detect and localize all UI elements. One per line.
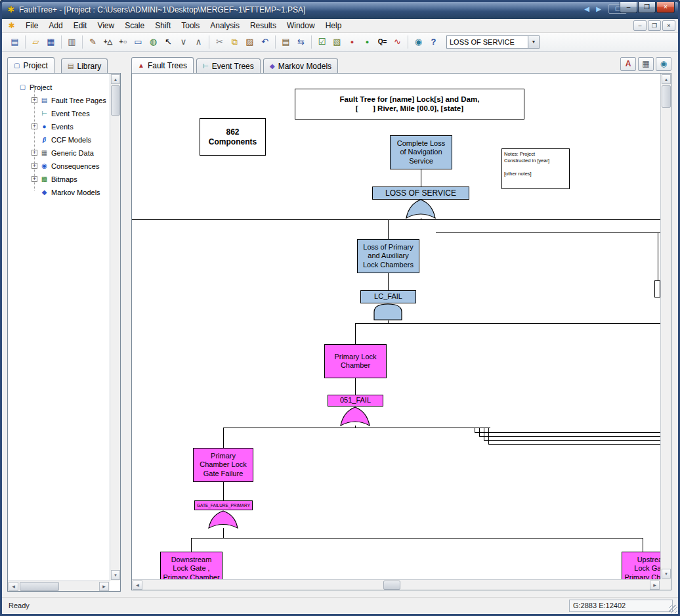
tree-item-label[interactable]: Consequences [51, 162, 99, 170]
tree-item-label[interactable]: Markov Models [51, 188, 100, 196]
scrollbar-thumb[interactable] [383, 581, 400, 590]
tree-horizontal-scrollbar[interactable]: ◀ ▶ [8, 581, 110, 591]
tree-item-ccf-models[interactable]: β CCF Models [40, 134, 91, 145]
tree-item-label[interactable]: Event Trees [51, 110, 90, 118]
menu-view[interactable]: View [92, 20, 119, 32]
event-box-complete-loss[interactable]: Complete Loss of Navigation Service [390, 135, 452, 169]
pencil-tool-icon[interactable]: ✎ [85, 35, 100, 49]
scrollbar-thumb[interactable] [662, 85, 671, 108]
menu-window[interactable]: Window [282, 20, 320, 32]
fault-tree-canvas[interactable]: Fault Tree for [name] Lock[s] and Dam, [… [132, 74, 660, 579]
mdi-close-button[interactable]: × [662, 20, 675, 31]
tree-item-generic-data[interactable]: + ▦ Generic Data [32, 147, 94, 158]
print-icon[interactable]: ▥ [64, 35, 79, 49]
tree-item-event-trees[interactable]: ⊢ Event Trees [40, 108, 90, 119]
paste-icon[interactable]: ▨ [242, 35, 257, 49]
event-results-icon[interactable]: ● [360, 35, 375, 49]
page-setup-icon[interactable]: ▭ [131, 35, 146, 49]
close-button[interactable]: × [656, 2, 675, 13]
tab-project[interactable]: ▢ Project [7, 57, 54, 73]
analyze-icon[interactable]: ▧ [329, 35, 345, 49]
web-view-button[interactable]: ◉ [656, 57, 671, 71]
and-gate-tool-icon[interactable]: ∧ [191, 35, 206, 49]
tree-item-consequences[interactable]: + ◉ Consequences [32, 160, 99, 171]
trend-icon[interactable]: ∿ [390, 35, 405, 49]
maximize-button[interactable]: ❐ [638, 2, 656, 13]
new-page-icon[interactable]: ▤ [7, 35, 22, 49]
event-box-upstream-lock-gate[interactable]: Upstream Lock Gate , Primary Chamber [622, 552, 660, 579]
gate-label-051-fail[interactable]: 051_FAIL [328, 395, 383, 407]
tree-item-label[interactable]: CCF Models [51, 136, 91, 144]
combo-dropdown-icon[interactable]: ▼ [528, 36, 539, 48]
pointer-icon[interactable]: ↖ [161, 35, 176, 49]
or-gate-shape[interactable] [208, 510, 238, 529]
tree-root-label[interactable]: Project [30, 83, 52, 91]
canvas-vertical-scrollbar[interactable]: ▲ ▼ [660, 74, 671, 579]
tab-library[interactable]: ▤ Library [61, 58, 108, 73]
menu-help[interactable]: Help [320, 20, 347, 32]
menu-edit[interactable]: Edit [68, 20, 93, 32]
tree-item-label[interactable]: Bitmaps [51, 175, 77, 183]
menu-scale[interactable]: Scale [119, 20, 150, 32]
or-gate-shape[interactable] [406, 199, 436, 219]
menu-results[interactable]: Results [245, 20, 282, 32]
components-count-box[interactable]: 862 Components [200, 118, 266, 156]
scroll-left-icon[interactable]: ◀ [133, 581, 142, 590]
notes-box[interactable]: Notes: Project Constructed in [year] [ot… [501, 148, 570, 189]
expander-icon[interactable]: + [32, 163, 37, 169]
event-box-primary-lock-chamber[interactable]: Primary Lock Chamber [324, 344, 387, 378]
undo-icon[interactable]: ↶ [257, 35, 272, 49]
tree-item-label[interactable]: Fault Tree Pages [51, 97, 106, 104]
resize-grip-icon[interactable] [669, 605, 677, 613]
expander-icon[interactable]: + [32, 150, 37, 156]
expander-icon[interactable]: + [32, 123, 37, 129]
menu-shift[interactable]: Shift [150, 20, 176, 32]
tree-vertical-scrollbar[interactable]: ▲ ▼ [110, 74, 120, 581]
menu-file[interactable]: File [20, 20, 43, 32]
copy-icon[interactable]: ⧉ [227, 35, 242, 49]
web-tool-icon[interactable]: ◍ [146, 35, 161, 49]
event-box-primary-chamber-lock-gate-failure[interactable]: Primary Chamber Lock Gate Failure [193, 448, 253, 482]
tree-item-label[interactable]: Events [51, 123, 74, 131]
scroll-right-icon[interactable]: ▶ [99, 582, 109, 591]
tab-fault-trees[interactable]: ▲ Fault Trees [131, 57, 194, 73]
verify-icon[interactable]: ☑ [314, 35, 329, 49]
open-icon[interactable]: ▱ [28, 35, 43, 49]
font-tool-button[interactable]: A [620, 57, 636, 71]
menu-tools[interactable]: Tools [176, 20, 205, 32]
diagram-header-box[interactable]: Fault Tree for [name] Lock[s] and Dam, [… [295, 89, 524, 120]
menu-add[interactable]: Add [43, 20, 68, 32]
nav-forward-icon[interactable]: ▶ [596, 5, 603, 12]
mdi-restore-button[interactable]: ❐ [648, 20, 661, 31]
scroll-down-icon[interactable]: ▼ [111, 570, 120, 580]
globe-icon[interactable]: ◉ [411, 35, 426, 49]
and-gate-shape[interactable] [373, 303, 402, 320]
scroll-up-icon[interactable]: ▲ [662, 74, 671, 84]
tree-item-fault-tree-pages[interactable]: + ▤ Fault Tree Pages [32, 95, 106, 106]
or-gate-tool-icon[interactable]: ∨ [176, 35, 191, 49]
tab-event-trees[interactable]: ⊢ Event Trees [196, 58, 261, 73]
report-icon[interactable]: ▤ [278, 35, 293, 49]
expander-icon[interactable]: + [32, 97, 37, 103]
scroll-left-icon[interactable]: ◀ [9, 582, 18, 591]
query-icon[interactable]: Q= [375, 35, 390, 49]
add-gate-icon[interactable]: +△ [100, 35, 116, 49]
expander-icon[interactable]: + [32, 176, 37, 182]
title-bar[interactable]: ✱ FaultTree+ - [Project : C:\Users\ADMIN… [2, 2, 678, 19]
or-gate-shape[interactable] [340, 407, 370, 426]
project-tree[interactable]: ▢ Project + ▤ Fault Tree Pages ⊢ Event T… [8, 74, 110, 581]
gate-results-icon[interactable]: ● [345, 35, 360, 49]
menu-analysis[interactable]: Analysis [205, 20, 245, 32]
gate-label-loss-of-service[interactable]: LOSS OF SERVICE [372, 187, 469, 200]
gate-label-gate-failure-primary[interactable]: GATE_FAILURE_PRIMARY [194, 500, 253, 510]
scroll-down-icon[interactable]: ▼ [662, 569, 671, 579]
event-box-downstream-lock-gate[interactable]: Downstream Lock Gate , Primary Chamber [160, 552, 223, 579]
tree-item-markov-models[interactable]: ◆ Markov Models [40, 187, 100, 198]
tree-item-bitmaps[interactable]: + ▩ Bitmaps [32, 173, 77, 185]
gate-label-lc-fail[interactable]: LC_FAIL [360, 290, 416, 303]
nav-back-icon[interactable]: ◀ [584, 5, 591, 12]
add-event-icon[interactable]: +○ [116, 35, 131, 49]
scroll-up-icon[interactable]: ▲ [111, 74, 120, 84]
tree-root-project[interactable]: ▢ Project [18, 81, 52, 93]
help-icon[interactable]: ? [426, 35, 441, 49]
